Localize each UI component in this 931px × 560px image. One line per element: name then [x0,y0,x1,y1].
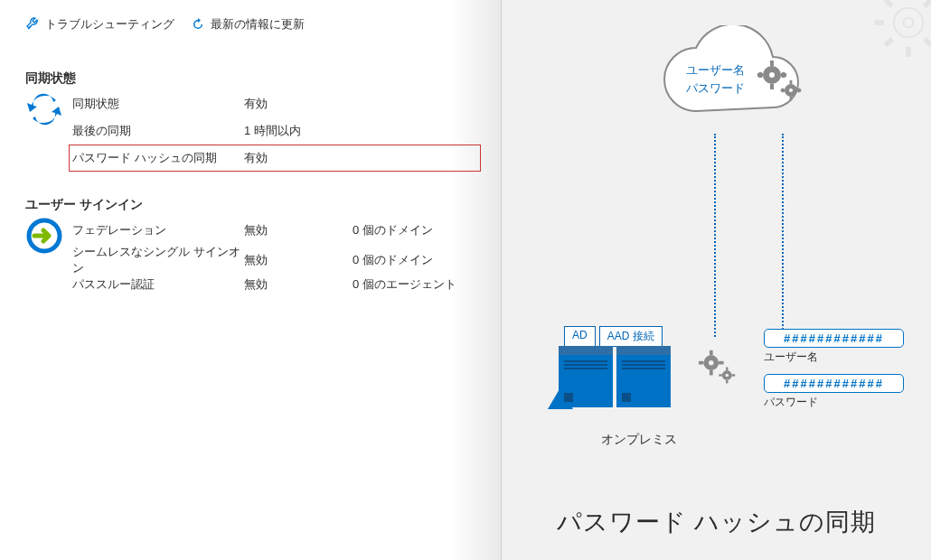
troubleshoot-button[interactable]: トラブルシューティング [25,16,174,33]
sync-row-status: 同期状態 有効 [72,90,481,117]
signin-row-federation: フェデレーション 無効 0 個のドメイン [72,217,481,244]
hash-user-box: ############ [764,329,904,348]
svg-rect-14 [770,84,774,89]
svg-rect-36 [719,361,724,365]
hash-pass-box: ############ [764,374,904,393]
pta-link[interactable]: パススルー認証 [72,276,244,293]
svg-point-38 [725,374,729,378]
row-label: 最後の同期 [72,123,244,139]
sync-status-title: 同期状態 [25,70,481,87]
svg-point-32 [709,360,714,366]
cloud: ユーザー名 パスワード [655,25,818,134]
sync-row-last: 最後の同期 1 時間以内 [72,117,481,145]
user-signin-section: ユーザー サインイン フェデレーション 無効 0 個のドメイン シームレスなシン… [25,197,481,298]
row-label: パスワード ハッシュの同期 [72,150,244,166]
onprem-caption: オンプレミス [601,432,677,448]
svg-line-7 [886,0,892,6]
right-panel: ユーザー名 パスワード [502,0,931,560]
left-panel: トラブルシューティング 最新の情報に更新 同期状態 同期状態 [0,0,502,560]
faint-gear-icon [868,0,931,63]
svg-rect-33 [710,350,713,356]
svg-rect-24 [790,97,793,100]
svg-rect-13 [770,61,774,66]
server-icon [616,346,671,407]
sync-status-section: 同期状態 同期状態 有効 最後の同期 1 時間以内 [25,70,481,172]
hash-pass-label: パスワード [764,395,904,410]
svg-line-9 [925,0,931,6]
svg-point-22 [789,89,793,92]
troubleshoot-label: トラブルシューティング [45,16,174,33]
wrench-icon [25,17,40,32]
cloud-pass-label: パスワード [686,79,745,98]
row-value: 有効 [244,96,353,112]
cloud-user-label: ユーザー名 [686,61,745,79]
svg-rect-30 [796,89,801,93]
row-extra: 0 個のドメイン [353,222,481,238]
hash-boxes: ############ ユーザー名 ############ パスワード [764,329,904,419]
svg-rect-23 [790,80,793,84]
row-extra: 0 個のエージェント [353,276,481,293]
svg-line-10 [886,39,892,45]
svg-rect-41 [719,374,722,376]
sso-link[interactable]: シームレスなシングル サインオン [72,244,244,276]
toolbar: トラブルシューティング 最新の情報に更新 [25,13,481,45]
svg-line-8 [925,39,931,45]
gears-icon [697,349,742,390]
svg-rect-35 [699,361,704,365]
svg-rect-29 [781,89,785,93]
refresh-button[interactable]: 最新の情報に更新 [191,16,305,33]
cloud-labels: ユーザー名 パスワード [686,61,745,98]
diagram: ユーザー名 パスワード [502,0,931,560]
svg-rect-39 [726,367,728,370]
row-value: 有効 [244,150,353,166]
svg-point-12 [769,72,775,78]
hash-user-label: ユーザー名 [764,350,904,365]
server-tag-ad: AD [564,326,596,347]
svg-rect-34 [710,370,713,376]
svg-rect-19 [757,71,764,78]
row-label: 同期状態 [72,96,244,112]
dotted-line [714,134,716,337]
signin-row-sso: シームレスなシングル サインオン 無効 0 個のドメイン [72,244,481,271]
refresh-icon [191,17,205,32]
row-value: 無効 [244,276,353,293]
row-value: 無効 [244,222,353,238]
signin-icon [25,217,63,255]
sync-icon [25,90,63,128]
row-value: 1 時間以内 [244,123,353,139]
refresh-label: 最新の情報に更新 [211,16,305,33]
row-extra: 0 個のドメイン [353,252,481,268]
server-tag-aad: AAD 接続 [599,326,663,347]
sync-row-password-hash: パスワード ハッシュの同期 有効 [69,145,481,172]
svg-point-1 [894,8,923,37]
user-signin-title: ユーザー サインイン [25,197,481,213]
diagram-caption: パスワード ハッシュの同期 [502,506,931,538]
svg-rect-40 [726,380,728,384]
row-value: 無効 [244,252,353,268]
svg-point-2 [904,18,914,28]
dotted-line [782,134,784,337]
server-icon [559,346,613,407]
federation-link[interactable]: フェデレーション [72,222,244,238]
svg-rect-42 [732,374,736,376]
gears-icon [757,60,805,105]
svg-rect-20 [780,71,786,78]
